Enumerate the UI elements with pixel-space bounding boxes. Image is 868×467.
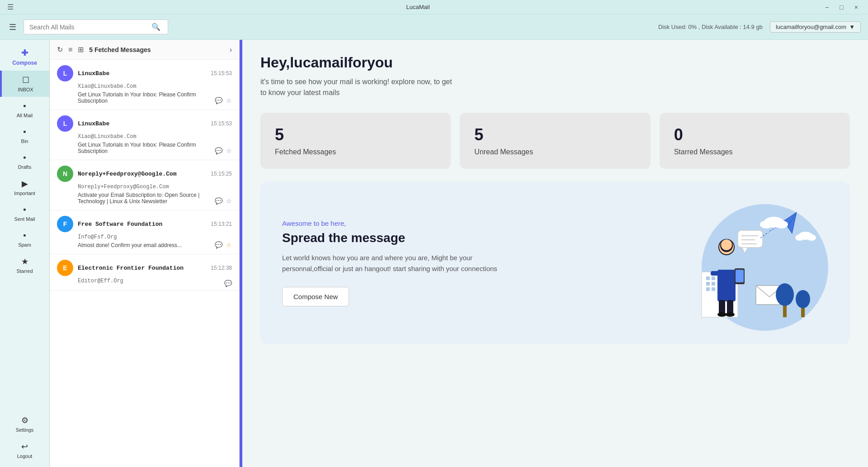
reply-button[interactable]: 💬 xyxy=(215,147,222,154)
avatar: L xyxy=(57,115,73,132)
svg-rect-16 xyxy=(717,270,736,301)
mail-actions: 💬 ☆ xyxy=(215,197,232,205)
illustration-svg xyxy=(647,200,828,326)
mail-from: Xiao@Linuxbabe.Com xyxy=(78,83,232,90)
main-layout: ✚ Compose ☐ INBOX ▪ All Mail ▪ Bin ▪ Dra… xyxy=(0,40,868,467)
stat-card-unread: 5 Unread Messages xyxy=(460,113,650,169)
sidebar-item-label-logout: Logout xyxy=(17,453,33,459)
mail-actions: 💬 xyxy=(224,280,232,287)
window-controls: − □ × xyxy=(822,3,861,12)
sidebar-item-important[interactable]: ▶ Important xyxy=(0,174,49,200)
reply-button[interactable]: 💬 xyxy=(215,241,222,248)
mail-time: 15:15:53 xyxy=(211,70,232,76)
mail-list: L LinuxBabe 15:15:53 Xiao@Linuxbabe.Com … xyxy=(50,60,239,467)
mail-subject: Get Linux Tutorials in Your Inbox: Pleas… xyxy=(78,91,232,104)
reply-button[interactable]: 💬 xyxy=(215,97,222,104)
compose-sidebar-button[interactable]: ✚ Compose xyxy=(0,43,49,71)
spread-tag: Awesome to be here, xyxy=(282,219,508,227)
mail-subject: Activate your Email Subscription to: Ope… xyxy=(78,192,232,205)
spread-description: Let world knows how you are and where yo… xyxy=(282,253,508,274)
fetched-count: 5 xyxy=(275,125,436,144)
svg-point-21 xyxy=(717,312,726,317)
inbox-icon: ☐ xyxy=(22,75,29,85)
sent-icon: ▪ xyxy=(23,205,26,214)
mail-actions: 💬 ☆ xyxy=(215,147,232,154)
user-dropdown[interactable]: lucamailforyou@gmail.com ▼ xyxy=(770,21,861,33)
drafts-icon: ▪ xyxy=(23,153,26,162)
sidebar-item-starred[interactable]: ★ Starred xyxy=(0,252,49,278)
unread-label: Unread Messages xyxy=(474,148,636,156)
mail-from: Info@Fsf.Org xyxy=(78,234,232,240)
mail-item[interactable]: F Free Software Foundation 15:13:21 Info… xyxy=(50,210,239,254)
sidebar-item-spam[interactable]: ▪ Spam xyxy=(0,226,49,252)
mail-panel-header: ↻ ≡ ⊞ 5 Fetched Messages › xyxy=(50,40,239,60)
svg-rect-17 xyxy=(711,271,719,276)
sidebar-item-label-allmail: All Mail xyxy=(17,113,33,118)
star-button[interactable]: ☆ xyxy=(226,147,232,154)
mail-item-header: L LinuxBabe 15:15:53 xyxy=(57,65,232,81)
mail-from: Xiao@Linuxbabe.Com xyxy=(78,133,232,140)
star-button[interactable]: ☆ xyxy=(226,97,232,104)
svg-point-15 xyxy=(721,239,732,250)
svg-rect-3 xyxy=(706,282,710,286)
compose-icon: ✚ xyxy=(21,48,28,58)
sidebar-item-logout[interactable]: ↩ Logout xyxy=(0,437,49,463)
star-button[interactable]: ☆ xyxy=(226,241,232,248)
mail-item-header: L LinuxBabe 15:15:53 xyxy=(57,115,232,132)
sidebar-item-bin[interactable]: ▪ Bin xyxy=(0,123,49,148)
mail-item[interactable]: L LinuxBabe 15:15:53 Xiao@Linuxbabe.Com … xyxy=(50,110,239,160)
svg-rect-4 xyxy=(712,282,715,286)
expand-button[interactable]: › xyxy=(230,46,232,54)
close-button[interactable]: × xyxy=(852,3,861,12)
mail-subject: Get Linux Tutorials in Your Inbox: Pleas… xyxy=(78,142,232,154)
maximize-button[interactable]: □ xyxy=(837,3,846,12)
top-bar-left: ☰ 🔍 xyxy=(7,19,168,34)
search-input[interactable] xyxy=(29,24,151,31)
sidebar-item-inbox[interactable]: ☐ INBOX xyxy=(0,71,49,97)
svg-point-44 xyxy=(796,290,810,308)
minimize-button[interactable]: − xyxy=(822,3,831,12)
settings-icon: ⚙ xyxy=(21,415,28,425)
list-view-button[interactable]: ≡ xyxy=(68,46,72,54)
sidebar-item-settings[interactable]: ⚙ Settings xyxy=(0,411,49,437)
compose-new-button[interactable]: Compose New xyxy=(282,287,349,306)
avatar: L xyxy=(57,65,73,81)
svg-rect-0 xyxy=(702,272,720,317)
menu-toggle-button[interactable]: ☰ xyxy=(7,20,18,34)
starred-label: Starred Messages xyxy=(674,148,835,156)
mail-item[interactable]: N Noreply+Feedproxy@Google.Com 15:15:25 … xyxy=(50,160,239,210)
main-content: Hey,lucamailforyou it's time to see how … xyxy=(242,40,868,467)
mail-subject: Almost done! Confirm your email address.… xyxy=(78,242,232,248)
mail-sender: Electronic Frontier Foundation xyxy=(78,265,184,272)
mail-time: 15:12:38 xyxy=(211,265,232,271)
refresh-button[interactable]: ↻ xyxy=(57,45,63,54)
svg-point-39 xyxy=(795,234,804,241)
svg-rect-20 xyxy=(727,300,733,314)
spread-title: Spread the message xyxy=(282,231,508,245)
avatar: E xyxy=(57,260,73,276)
mail-item[interactable]: E Electronic Frontier Foundation 15:12:3… xyxy=(50,254,239,291)
star-button[interactable]: ☆ xyxy=(226,197,232,205)
sidebar-item-all-mail[interactable]: ▪ All Mail xyxy=(0,97,49,123)
top-bar: ☰ 🔍 Disk Used: 0% , Disk Available : 14.… xyxy=(0,14,868,40)
important-icon: ▶ xyxy=(22,179,28,189)
sidebar-item-label-sent: Sent Mail xyxy=(14,216,35,222)
sidebar-item-sent[interactable]: ▪ Sent Mail xyxy=(0,200,49,226)
fetched-messages-label: 5 Fetched Messages xyxy=(89,46,224,53)
sidebar-item-label-important: Important xyxy=(14,191,35,196)
grid-view-button[interactable]: ⊞ xyxy=(78,45,84,54)
mail-time: 15:13:21 xyxy=(211,221,232,227)
search-icon[interactable]: 🔍 xyxy=(151,23,160,31)
sidebar-item-label-spam: Spam xyxy=(18,242,31,248)
svg-rect-5 xyxy=(706,287,710,291)
mail-item[interactable]: L LinuxBabe 15:15:53 Xiao@Linuxbabe.Com … xyxy=(50,60,239,110)
reply-button[interactable]: 💬 xyxy=(224,280,232,287)
reply-button[interactable]: 💬 xyxy=(215,197,222,205)
mail-panel: ↻ ≡ ⊞ 5 Fetched Messages › L LinuxBabe 1… xyxy=(50,40,240,467)
mail-actions: 💬 ☆ xyxy=(215,241,232,248)
illustration xyxy=(647,200,828,326)
sidebar-item-label-bin: Bin xyxy=(21,138,28,144)
sidebar-item-drafts[interactable]: ▪ Drafts xyxy=(0,148,49,174)
mail-sender: Free Software Foundation xyxy=(78,221,162,228)
svg-point-22 xyxy=(726,312,735,317)
